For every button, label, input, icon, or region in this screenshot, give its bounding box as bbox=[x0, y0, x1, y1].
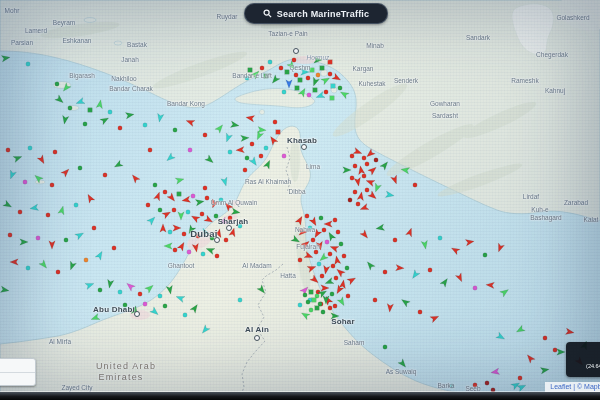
tooltip-line: 2 bbox=[570, 345, 600, 354]
search-label: Search MarineTraffic bbox=[277, 9, 370, 19]
photo-vignette bbox=[0, 0, 600, 400]
zoom-control-divider bbox=[0, 372, 35, 373]
monitor-bezel bbox=[0, 392, 600, 400]
tooltip-line: 5 bbox=[570, 354, 600, 363]
map-zoom-control[interactable] bbox=[0, 358, 36, 386]
search-bar[interactable]: Search MarineTraffic bbox=[244, 3, 388, 24]
search-icon bbox=[263, 9, 272, 18]
marine-traffic-map[interactable]: MohrBeyramLamerdParsianEshkananBastakRuy… bbox=[0, 0, 600, 400]
tooltip-line: (24.647017, 5 bbox=[570, 362, 600, 371]
attribution-links[interactable]: Leaflet | © Mapbox bbox=[550, 383, 600, 390]
coordinates-tooltip: 25(24.647017, 5 bbox=[566, 342, 600, 377]
